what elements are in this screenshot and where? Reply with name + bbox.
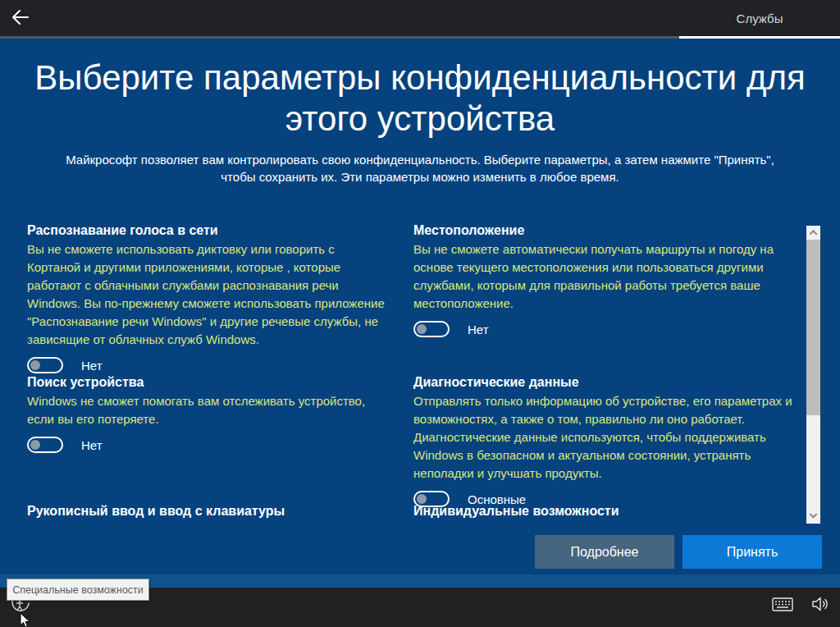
toggle-state-label: Нет	[81, 438, 103, 452]
scroll-down-button[interactable]	[806, 510, 820, 524]
page-title: Выберите параметры конфиденциальности дл…	[26, 57, 814, 140]
chevron-down-icon	[810, 510, 818, 519]
section-title: Поиск устройства	[27, 373, 386, 391]
toggle-state-label: Нет	[81, 359, 103, 373]
keyboard-button[interactable]	[769, 594, 796, 619]
privacy-section-inking-heading: Рукописный ввод и ввод с клавиатуры	[27, 502, 386, 520]
privacy-section-diagnostics: Диагностические данные Отправлять только…	[413, 373, 796, 507]
section-title: Индивидуальные возможности	[413, 502, 796, 520]
privacy-section-find-device: Поиск устройства Windows не сможет помог…	[27, 373, 386, 453]
chevron-up-icon	[810, 230, 818, 238]
back-arrow-icon	[10, 7, 31, 31]
mouse-cursor	[20, 612, 31, 627]
volume-icon	[810, 595, 830, 616]
tab-services[interactable]: Службы	[679, 0, 840, 36]
section-description: Вы не сможете использовать диктовку или …	[27, 240, 386, 349]
privacy-section-online-speech: Распознавание голоса в сети Вы не сможет…	[27, 222, 386, 373]
section-description: Вы не сможете автоматически получать мар…	[413, 240, 796, 313]
section-description: Windows не сможет помогать вам отслежива…	[27, 392, 386, 428]
toggle-row: Нет	[27, 357, 386, 373]
toggle-knob	[417, 324, 427, 334]
toggle-knob	[30, 360, 40, 370]
section-description: Отправлять только информацию об устройст…	[413, 392, 796, 483]
toggle-state-label: Нет	[468, 323, 489, 336]
online-speech-toggle[interactable]	[27, 357, 63, 373]
section-title: Диагностические данные	[413, 373, 796, 391]
toggle-row: Нет	[413, 321, 796, 337]
privacy-section-location: Местоположение Вы не сможете автоматичес…	[413, 222, 796, 337]
tooltip-text: Специальные возможности	[12, 584, 144, 596]
scrollbar-thumb[interactable]	[806, 240, 820, 415]
accept-button[interactable]: Принять	[682, 535, 822, 569]
tab-services-label: Службы	[737, 11, 783, 25]
keyboard-icon	[772, 597, 793, 616]
scrollbar[interactable]	[806, 226, 820, 524]
location-toggle[interactable]	[413, 321, 450, 337]
details-button[interactable]: Подробнее	[535, 535, 674, 569]
section-title: Распознавание голоса в сети	[27, 222, 386, 240]
toggle-knob	[30, 440, 40, 450]
toggle-row: Нет	[27, 437, 386, 453]
scroll-up-button[interactable]	[806, 226, 820, 240]
section-title: Рукописный ввод и ввод с клавиатуры	[27, 502, 386, 520]
back-button[interactable]	[8, 7, 33, 31]
volume-button[interactable]	[807, 593, 833, 619]
tooltip: Специальные возможности	[7, 579, 149, 601]
page-subtitle: Майкрософт позволяет вам контролировать …	[51, 151, 789, 185]
find-device-toggle[interactable]	[27, 437, 63, 453]
topbar: Службы	[0, 0, 840, 36]
privacy-section-tailored-heading: Индивидуальные возможности	[413, 502, 796, 520]
section-title: Местоположение	[413, 222, 796, 240]
